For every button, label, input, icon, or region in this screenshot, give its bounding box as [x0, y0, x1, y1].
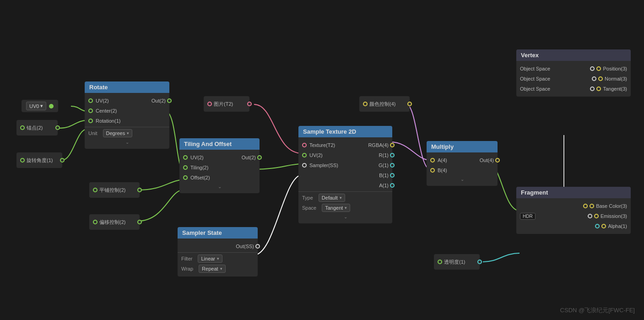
transparency-node: 透明度(1): [434, 254, 480, 270]
multiply-a-label: A(4): [438, 157, 447, 163]
tiling-offset-port: [183, 175, 188, 180]
offset-control-out-port: [137, 220, 142, 224]
vertex-position-left: Object Space: [520, 66, 550, 71]
sample-chevron[interactable]: ⌄: [298, 213, 392, 221]
anchor-node: 锚点(2): [16, 120, 58, 136]
uv0-label: UV0: [29, 103, 39, 109]
anchor-port: [20, 125, 25, 130]
fragment-alpha-label: Alpha(1): [608, 223, 627, 229]
vertex-position-label: Position(3): [603, 66, 627, 71]
sample-uv-port: [302, 153, 307, 157]
tiling-offset-title: Tiling And Offset: [184, 141, 232, 147]
tiling-offset-header: Tiling And Offset: [179, 138, 260, 150]
sample-uv-label: UV(2): [309, 152, 323, 158]
fragment-title: Fragment: [521, 189, 548, 196]
sample-texture-header: Sample Texture 2D: [298, 126, 392, 137]
anchor-label: 锚点(2): [27, 125, 43, 131]
sample-b-label: B(1): [379, 173, 389, 178]
vertex-tangent-port-in: [590, 87, 595, 91]
sample-g-port: [390, 163, 395, 168]
vertex-title: Vertex: [521, 52, 539, 59]
multiply-out-label: Out(4): [480, 157, 494, 163]
sampler-out-port: [255, 244, 260, 249]
multiply-chevron[interactable]: ⌄: [427, 175, 498, 183]
offset-control-node: 偏移控制(2): [89, 214, 140, 230]
vertex-position-port-in: [590, 66, 595, 71]
fragment-node: Fragment Base Color(3) HDR Emission(3) A…: [516, 187, 631, 234]
tile-control-label: 平铺控制(2): [99, 187, 125, 194]
offset-control-port: [93, 220, 97, 224]
tiling-out-port: [257, 155, 262, 160]
fragment-emission-port-in: [588, 214, 592, 218]
sample-space-dropdown[interactable]: Tangent: [322, 204, 350, 212]
tiling-chevron[interactable]: ⌄: [179, 183, 260, 190]
sample-texture-title: Sample Texture 2D: [303, 128, 356, 135]
rotate-rotation-label: Rotation(1): [96, 118, 120, 124]
rotate-title: Rotate: [89, 84, 108, 91]
vertex-normal-label: Normal(3): [605, 76, 627, 81]
sample-texture-node: Sample Texture 2D Texture(T2) RGBA(4) UV…: [298, 126, 392, 223]
color-control-out-port: [407, 102, 412, 106]
uv0-dropdown-arrow[interactable]: ▾: [40, 103, 43, 109]
rotate-out-port: [167, 98, 172, 103]
fragment-basecolor-label: Base Color(3): [596, 203, 627, 209]
vertex-tangent-port-out: [596, 87, 601, 91]
vertex-normal-port-out: [598, 76, 603, 81]
vertex-tangent-left: Object Space: [520, 86, 550, 92]
sample-texture-label: Texture(T2): [309, 142, 335, 148]
rotate-uv-label: UV(2): [96, 98, 109, 103]
tile-control-port: [93, 188, 97, 192]
uv0-tag[interactable]: UV0 ▾: [26, 102, 46, 110]
sampler-out-label: Out(SS): [236, 244, 254, 249]
rotate-unit-dropdown[interactable]: Degrees: [103, 129, 133, 137]
color-control-port: [363, 102, 368, 106]
sampler-wrap-value: Repeat: [202, 266, 218, 271]
sampler-filter-dropdown[interactable]: Linear: [198, 255, 222, 263]
sample-a-port: [390, 183, 395, 188]
sampler-state-header: Sampler State: [178, 227, 258, 239]
rotate-node: Rotate UV(2) Out(2) Center(2) Rotation(1…: [85, 81, 169, 149]
transparency-out-port: [477, 260, 482, 264]
sample-space-label: Space: [302, 205, 316, 211]
sample-sampler-label: Sampler(SS): [309, 163, 338, 168]
fragment-alpha-port-in: [595, 224, 600, 228]
sample-texture-in-port: [302, 143, 307, 147]
sampler-wrap-dropdown[interactable]: Repeat: [199, 265, 225, 273]
texture-img-node: 图片(T2): [204, 96, 249, 112]
rotate-unit-value: Degrees: [106, 130, 125, 136]
rotate-rotation-port: [88, 119, 93, 123]
transparency-label: 透明度(1): [444, 259, 465, 266]
color-control-label: 颜色控制(4): [369, 101, 395, 108]
sample-space-value: Tangent: [325, 205, 343, 211]
tiling-offset-node: Tiling And Offset UV(2) Out(2) Tiling(2)…: [179, 138, 260, 193]
tile-control-out-port: [137, 188, 142, 192]
fragment-basecolor-port-in: [583, 204, 588, 208]
tiling-uv-port: [183, 155, 188, 160]
rotate-center-port: [88, 108, 93, 113]
tile-control-node: 平铺控制(2): [89, 182, 140, 198]
sampler-state-title: Sampler State: [182, 229, 222, 236]
multiply-a-port: [430, 158, 435, 163]
rotate-chevron[interactable]: ⌄: [85, 138, 169, 146]
multiply-node: Multiply A(4) Out(4) B(4) ⌄: [427, 141, 498, 186]
sample-rgba-label: RGBA(4): [368, 142, 389, 148]
rotate-angle-label: 旋转角度(1): [27, 157, 53, 164]
offset-control-label: 偏移控制(2): [99, 219, 125, 226]
fragment-emission-port-out: [594, 214, 599, 218]
sample-type-dropdown[interactable]: Default: [319, 194, 345, 202]
vertex-tangent-label: Tangent(3): [603, 86, 627, 92]
tiling-uv-label: UV(2): [190, 155, 204, 160]
fragment-header: Fragment: [516, 187, 631, 198]
anchor-out-port: [55, 125, 60, 130]
sampler-filter-value: Linear: [201, 256, 215, 261]
multiply-header: Multiply: [427, 141, 498, 152]
uv0-out-port: [49, 104, 54, 108]
vertex-position-port-out: [596, 66, 601, 71]
texture-img-out-port: [247, 102, 252, 106]
sample-rgba-port: [390, 143, 395, 147]
rotate-center-label: Center(2): [96, 108, 117, 114]
rotate-uv-port: [88, 98, 93, 103]
sample-sampler-port: [302, 163, 307, 168]
tiling-tiling-port: [183, 165, 188, 170]
vertex-node: Vertex Object Space Position(3) Object S…: [516, 49, 631, 97]
